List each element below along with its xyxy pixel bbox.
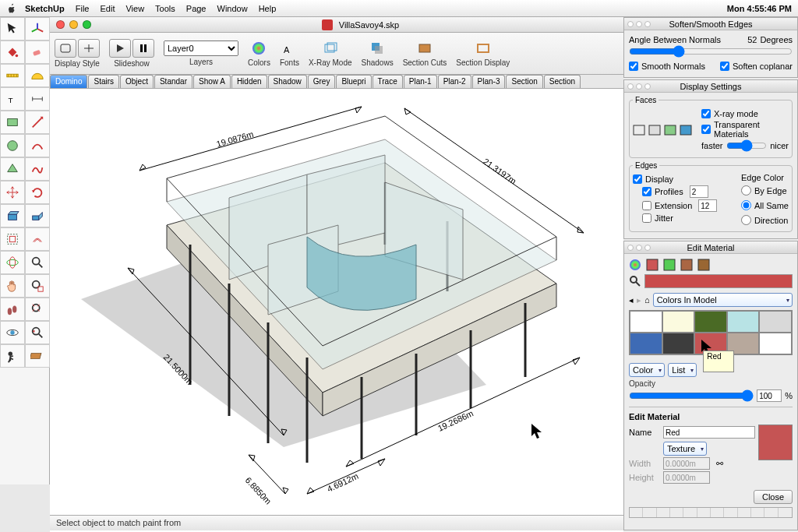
nav-fwd-icon[interactable]: ▸ — [637, 295, 641, 305]
scene-tab[interactable]: Hidden — [231, 75, 267, 88]
circle-tool[interactable] — [0, 134, 25, 157]
zoom-extents-tool[interactable] — [25, 298, 50, 321]
scene-tab[interactable]: Object — [120, 75, 154, 88]
list-mode-select[interactable]: List — [668, 363, 697, 377]
scene-tab[interactable]: Shadow — [268, 75, 307, 88]
arc-tool[interactable] — [25, 134, 50, 157]
axes-tool[interactable] — [25, 17, 50, 41]
angle-slider[interactable] — [629, 46, 793, 57]
color-swatch[interactable] — [662, 333, 695, 354]
soften-coplanar-checkbox[interactable]: Soften coplanar — [720, 62, 793, 71]
zoom-tool[interactable] — [25, 251, 50, 274]
scale-tool[interactable] — [0, 227, 25, 251]
scene-tab[interactable]: Plan-1 — [404, 75, 437, 88]
color-mode-select[interactable]: Color — [629, 363, 665, 377]
face-style-buttons[interactable] — [633, 125, 692, 136]
layer-select[interactable]: Layer0 — [164, 41, 238, 56]
scene-tab[interactable]: Trace — [373, 75, 403, 88]
scene-tab[interactable]: Plan-3 — [472, 75, 506, 88]
text-tool[interactable]: T — [0, 87, 25, 111]
rotate-tool[interactable] — [25, 181, 50, 204]
model-viewport[interactable]: 19.0876m 21.3197m 21.5000m 19.2686m 6.88… — [50, 89, 623, 515]
profiles-checkbox[interactable]: Profiles — [633, 185, 717, 198]
color-swatch[interactable]: Red — [694, 333, 727, 354]
scene-tab[interactable]: Grey — [308, 75, 336, 88]
current-color-preview[interactable] — [644, 274, 793, 288]
fonts-button[interactable]: A — [281, 40, 298, 57]
panel-title[interactable]: Soften/Smooth Edges — [624, 18, 797, 30]
close-window-button[interactable] — [56, 20, 65, 29]
transparent-materials-checkbox[interactable]: Transparent Materials — [701, 120, 789, 139]
freehand-tool[interactable] — [25, 157, 50, 181]
direction-radio[interactable]: Direction — [741, 215, 789, 225]
color-swatch[interactable] — [662, 311, 695, 333]
menu-tools[interactable]: Tools — [155, 4, 175, 13]
menu-help[interactable]: Help — [259, 4, 277, 13]
color-library-select[interactable]: Colors In Model — [653, 293, 793, 307]
menu-window[interactable]: Window — [217, 4, 248, 13]
pushpull-tool[interactable] — [0, 204, 25, 227]
link-icon[interactable]: ⚯ — [716, 459, 723, 469]
menu-page[interactable]: Page — [186, 4, 207, 13]
position-camera-tool[interactable] — [0, 344, 25, 368]
color-swatch[interactable] — [694, 311, 727, 333]
panel-title[interactable]: Display Settings — [624, 80, 797, 93]
colors-button[interactable] — [250, 40, 267, 57]
color-swatch[interactable] — [759, 333, 792, 354]
dimension-tool[interactable] — [25, 87, 50, 111]
protractor-tool[interactable] — [25, 64, 50, 87]
scene-tab[interactable]: Standar — [154, 75, 192, 88]
eraser-tool[interactable] — [25, 41, 50, 64]
material-mode-icons[interactable] — [629, 259, 793, 271]
offset-tool[interactable] — [25, 227, 50, 251]
scene-tab[interactable]: Stairs — [88, 75, 119, 88]
slideshow-pause-button[interactable] — [132, 39, 154, 58]
walk-tool[interactable] — [0, 298, 25, 321]
slideshow-play-button[interactable] — [109, 39, 131, 58]
color-swatch[interactable] — [759, 311, 792, 333]
zoom-window-button[interactable] — [83, 20, 91, 29]
quality-slider[interactable] — [726, 140, 768, 151]
followme-tool[interactable] — [25, 204, 50, 227]
panel-title[interactable]: Edit Material — [624, 241, 797, 254]
extension-checkbox[interactable]: Extension — [633, 199, 717, 212]
minimize-window-button[interactable] — [69, 20, 78, 29]
search-icon[interactable] — [629, 275, 641, 287]
menubar-clock[interactable]: Mon 4:55:46 PM — [727, 4, 792, 13]
profiles-value[interactable] — [690, 185, 708, 198]
display-style-button[interactable] — [55, 39, 76, 58]
pan-tool[interactable] — [0, 274, 25, 298]
recent-colors-strip[interactable] — [629, 507, 793, 518]
material-name-input[interactable] — [663, 426, 755, 439]
scene-tab[interactable]: Show A — [193, 75, 231, 88]
apple-menu-icon[interactable] — [6, 3, 17, 14]
polygon-tool[interactable] — [0, 157, 25, 181]
home-icon[interactable]: ⌂ — [644, 295, 650, 305]
jitter-checkbox[interactable]: Jitter — [633, 213, 717, 223]
color-swatch[interactable] — [630, 311, 662, 333]
extension-value[interactable] — [698, 199, 717, 212]
previous-view-tool[interactable] — [25, 321, 50, 344]
all-same-radio[interactable]: All Same — [741, 200, 789, 210]
line-tool[interactable] — [25, 111, 50, 134]
menu-view[interactable]: View — [125, 4, 144, 13]
smooth-normals-checkbox[interactable]: Smooth Normals — [629, 62, 705, 71]
xray-button[interactable] — [322, 40, 339, 57]
rectangle-tool[interactable] — [0, 111, 25, 134]
texture-select[interactable]: Texture — [663, 442, 707, 456]
nav-back-icon[interactable]: ◂ — [629, 295, 634, 305]
scene-tab[interactable]: Plan-2 — [438, 75, 471, 88]
opacity-slider[interactable] — [629, 390, 754, 401]
section-display-button[interactable] — [475, 40, 492, 57]
color-swatch[interactable] — [630, 333, 662, 354]
zoom-window-tool[interactable] — [25, 274, 50, 298]
section-cuts-button[interactable] — [416, 40, 433, 57]
opacity-value[interactable] — [757, 389, 782, 402]
menu-edit[interactable]: Edit — [100, 4, 115, 13]
menu-file[interactable]: File — [76, 4, 90, 13]
tape-tool[interactable] — [0, 64, 25, 87]
move-tool[interactable] — [0, 181, 25, 204]
shadows-button[interactable] — [369, 40, 386, 57]
app-name[interactable]: SketchUp — [25, 4, 65, 13]
scene-tab[interactable]: Bluepri — [336, 75, 371, 88]
